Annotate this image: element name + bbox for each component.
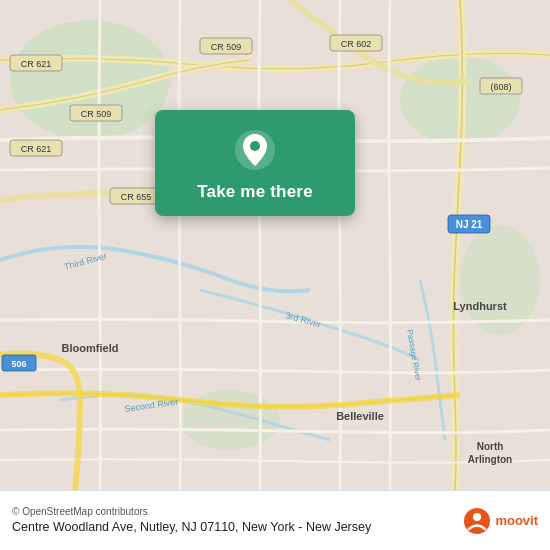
svg-text:CR 621: CR 621 <box>21 144 52 154</box>
svg-point-33 <box>250 141 260 151</box>
svg-text:CR 509: CR 509 <box>81 109 112 119</box>
svg-text:Arlington: Arlington <box>468 454 512 465</box>
map-area: CR 509 CR 621 CR 602 (608) CR 509 CR 621… <box>0 0 550 490</box>
moovit-brand-label: moovit <box>495 513 538 528</box>
copyright-text: © OpenStreetMap contributors <box>12 506 455 517</box>
svg-point-35 <box>473 513 481 521</box>
svg-text:Lyndhurst: Lyndhurst <box>453 300 507 312</box>
svg-text:506: 506 <box>11 359 26 369</box>
svg-text:NJ 21: NJ 21 <box>456 219 483 230</box>
address-text: Centre Woodland Ave, Nutley, NJ 07110, N… <box>12 519 455 535</box>
take-me-there-button-label: Take me there <box>197 182 313 202</box>
map-svg: CR 509 CR 621 CR 602 (608) CR 509 CR 621… <box>0 0 550 490</box>
svg-text:CR 621: CR 621 <box>21 59 52 69</box>
svg-text:(608): (608) <box>490 82 511 92</box>
svg-text:Belleville: Belleville <box>336 410 384 422</box>
moovit-icon <box>463 507 491 535</box>
svg-text:CR 602: CR 602 <box>341 39 372 49</box>
svg-text:CR 655: CR 655 <box>121 192 152 202</box>
bottom-bar: © OpenStreetMap contributors Centre Wood… <box>0 490 550 550</box>
svg-point-3 <box>460 225 540 335</box>
svg-text:North: North <box>477 441 504 452</box>
svg-text:Bloomfield: Bloomfield <box>62 342 119 354</box>
moovit-logo[interactable]: moovit <box>463 507 538 535</box>
take-me-there-card[interactable]: Take me there <box>155 110 355 216</box>
location-pin-icon <box>233 128 277 172</box>
svg-text:CR 509: CR 509 <box>211 42 242 52</box>
